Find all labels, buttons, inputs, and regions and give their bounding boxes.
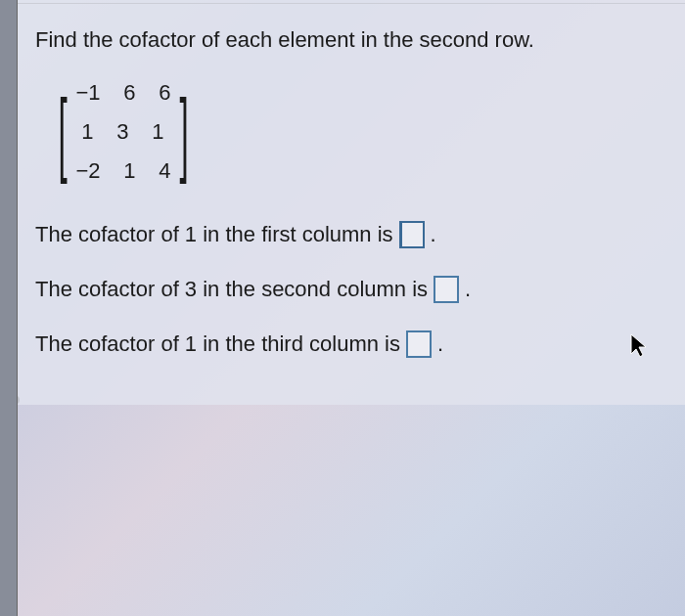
matrix-body: −1 6 6 1 3 1 −2 1 4 [75,72,170,192]
answer-prefix: The cofactor of 1 in the first column is [35,222,393,247]
matrix-cell: −1 [75,80,100,106]
answer-prefix: The cofactor of 1 in the third column is [35,331,400,357]
answer-prefix: The cofactor of 3 in the second column i… [35,277,428,302]
answer-line-1: The cofactor of 1 in the first column is… [35,221,665,248]
answer-input-box[interactable] [399,221,425,248]
mouse-cursor-icon [629,332,651,360]
answer-suffix: . [437,331,443,357]
answer-suffix: . [431,222,436,247]
matrix-row-1: −1 6 6 [75,80,170,106]
matrix-row-3: −2 1 4 [75,158,170,184]
answer-input-box[interactable] [434,276,459,303]
matrix-display: [ −1 6 6 1 3 1 −2 1 4 ] [50,72,197,192]
matrix-cell: 3 [111,119,128,145]
question-prompt: Find the cofactor of each element in the… [35,27,665,53]
answer-line-2: The cofactor of 3 in the second column i… [35,276,665,303]
matrix-cell: 6 [118,80,136,106]
matrix-cell: 6 [154,80,171,106]
matrix-cell: 1 [75,119,93,145]
matrix-cell: 1 [146,119,163,145]
matrix-left-bracket: [ [59,93,68,172]
answer-line-3: The cofactor of 1 in the third column is… [35,330,665,358]
answer-input-box[interactable] [406,330,432,358]
matrix-cell: 4 [154,158,171,184]
matrix-cell: −2 [75,158,100,184]
left-sidebar-strip [0,0,18,616]
question-content: Find the cofactor of each element in the… [18,0,685,405]
matrix-right-bracket: ] [179,93,188,172]
matrix-cell: 1 [118,158,136,184]
answer-suffix: . [465,277,471,302]
matrix-row-2: 1 3 1 [75,119,170,145]
